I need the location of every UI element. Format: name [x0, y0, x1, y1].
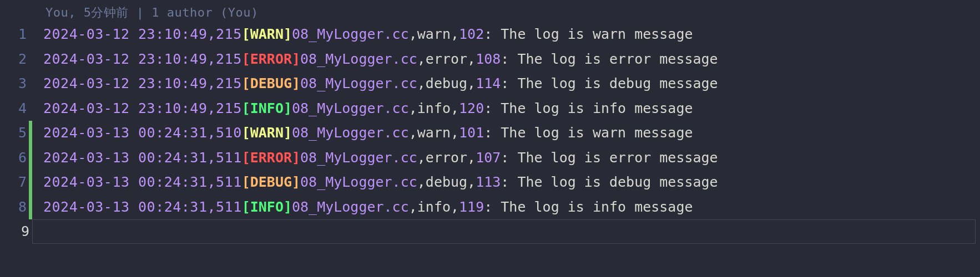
log-source-file: 08_MyLogger.cc — [292, 22, 409, 47]
line-number: 3 — [0, 71, 29, 96]
log-line[interactable]: 12024-03-12 23:10:49,215 [WARN] 08_MyLog… — [0, 22, 980, 47]
gutter-change-marker — [29, 22, 32, 47]
separator: , — [409, 195, 417, 220]
line-number: 4 — [0, 96, 29, 121]
log-function: debug — [426, 71, 467, 96]
log-message: : The log is debug message — [501, 170, 718, 195]
log-level-badge: [WARN] — [242, 121, 292, 146]
separator: , — [467, 170, 476, 195]
log-timestamp: 2024-03-12 23:10:49,215 — [43, 96, 242, 121]
separator: , — [451, 121, 459, 146]
log-message: : The log is info message — [484, 195, 693, 220]
log-line[interactable]: 82024-03-13 00:24:31,511 [INFO] 08_MyLog… — [0, 195, 980, 220]
code-content[interactable]: 2024-03-12 23:10:49,215 [WARN] 08_MyLogg… — [43, 22, 693, 47]
separator: , — [451, 96, 459, 121]
log-timestamp: 2024-03-12 23:10:49,215 — [43, 22, 242, 47]
log-line-number: 102 — [459, 22, 484, 47]
log-message: : The log is debug message — [501, 71, 718, 96]
log-timestamp: 2024-03-13 00:24:31,511 — [43, 195, 242, 220]
log-level-badge: [DEBUG] — [242, 71, 300, 96]
code-content[interactable]: 2024-03-12 23:10:49,215 [INFO] 08_MyLogg… — [43, 96, 693, 121]
log-timestamp: 2024-03-12 23:10:49,215 — [43, 71, 242, 96]
log-line-number: 107 — [476, 146, 501, 171]
log-source-file: 08_MyLogger.cc — [300, 47, 417, 72]
log-line-number: 120 — [459, 96, 484, 121]
code-content[interactable]: 2024-03-13 00:24:31,511 [INFO] 08_MyLogg… — [43, 195, 693, 220]
log-level-badge: [DEBUG] — [242, 170, 300, 195]
current-line-highlight: 9 — [32, 219, 976, 244]
log-message: : The log is warn message — [484, 22, 693, 47]
line-number: 5 — [0, 121, 29, 146]
log-source-file: 08_MyLogger.cc — [292, 96, 409, 121]
log-message: : The log is error message — [501, 146, 718, 171]
separator: , — [467, 146, 476, 171]
gutter-change-marker — [29, 96, 32, 121]
separator: , — [417, 71, 426, 96]
line-number: 1 — [0, 22, 29, 47]
log-function: debug — [426, 170, 467, 195]
log-source-file: 08_MyLogger.cc — [292, 195, 409, 220]
code-content[interactable]: 2024-03-12 23:10:49,215 [ERROR] 08_MyLog… — [43, 47, 718, 72]
separator: , — [451, 195, 459, 220]
line-number: 7 — [0, 170, 29, 195]
line-number: 2 — [0, 47, 29, 72]
log-line-number: 113 — [476, 170, 501, 195]
gutter-change-marker — [29, 121, 32, 146]
log-source-file: 08_MyLogger.cc — [300, 170, 417, 195]
log-function: info — [417, 195, 451, 220]
separator: , — [409, 22, 417, 47]
code-editor[interactable]: You, 5分钟前 | 1 author (You) 12024-03-12 2… — [0, 0, 980, 277]
separator: , — [409, 121, 417, 146]
log-message: : The log is error message — [501, 47, 718, 72]
log-function: warn — [417, 22, 451, 47]
log-source-file: 08_MyLogger.cc — [300, 71, 417, 96]
log-function: error — [426, 47, 467, 72]
log-message: : The log is info message — [484, 96, 693, 121]
separator: , — [417, 146, 426, 171]
gutter-change-marker — [29, 146, 32, 171]
gutter-change-marker — [29, 47, 32, 72]
log-timestamp: 2024-03-12 23:10:49,215 — [43, 47, 242, 72]
log-timestamp: 2024-03-13 00:24:31,511 — [43, 170, 242, 195]
separator: , — [467, 47, 476, 72]
gutter-change-marker — [29, 71, 32, 96]
log-line-number: 108 — [476, 47, 501, 72]
separator: , — [417, 170, 426, 195]
log-line[interactable]: 42024-03-12 23:10:49,215 [INFO] 08_MyLog… — [0, 96, 980, 121]
code-content[interactable]: 2024-03-12 23:10:49,215 [DEBUG] 08_MyLog… — [43, 71, 718, 96]
log-level-badge: [INFO] — [242, 195, 292, 220]
log-function: info — [417, 96, 451, 121]
code-content[interactable]: 2024-03-13 00:24:31,511 [ERROR] 08_MyLog… — [43, 146, 718, 171]
log-level-badge: [ERROR] — [242, 47, 300, 72]
log-line-number: 119 — [459, 195, 484, 220]
line-number: 8 — [0, 195, 29, 220]
separator: , — [409, 96, 417, 121]
log-timestamp: 2024-03-13 00:24:31,510 — [43, 121, 242, 146]
log-function: warn — [417, 121, 451, 146]
log-line[interactable]: 22024-03-12 23:10:49,215 [ERROR] 08_MyLo… — [0, 47, 980, 72]
code-content[interactable]: 2024-03-13 00:24:31,510 [WARN] 08_MyLogg… — [43, 121, 693, 146]
separator: , — [451, 22, 459, 47]
log-source-file: 08_MyLogger.cc — [292, 121, 409, 146]
log-line-number: 101 — [459, 121, 484, 146]
log-line[interactable]: 72024-03-13 00:24:31,511 [DEBUG] 08_MyLo… — [0, 170, 980, 195]
codelens-author-info[interactable]: You, 5分钟前 | 1 author (You) — [0, 3, 980, 22]
line-number: 6 — [0, 146, 29, 171]
log-timestamp: 2024-03-13 00:24:31,511 — [43, 146, 242, 171]
log-line[interactable]: 32024-03-12 23:10:49,215 [DEBUG] 08_MyLo… — [0, 71, 980, 96]
log-line[interactable]: 62024-03-13 00:24:31,511 [ERROR] 08_MyLo… — [0, 146, 980, 171]
log-level-badge: [ERROR] — [242, 146, 300, 171]
gutter-change-marker — [29, 170, 32, 195]
gutter-change-marker — [29, 195, 32, 220]
log-message: : The log is warn message — [484, 121, 693, 146]
log-level-badge: [INFO] — [242, 96, 292, 121]
separator: , — [467, 71, 476, 96]
log-function: error — [426, 146, 467, 171]
line-number: 9 — [1, 220, 29, 243]
log-source-file: 08_MyLogger.cc — [300, 146, 417, 171]
separator: , — [417, 47, 426, 72]
code-content[interactable]: 2024-03-13 00:24:31,511 [DEBUG] 08_MyLog… — [43, 170, 718, 195]
log-line[interactable]: 52024-03-13 00:24:31,510 [WARN] 08_MyLog… — [0, 121, 980, 146]
log-line-number: 114 — [476, 71, 501, 96]
log-level-badge: [WARN] — [242, 22, 292, 47]
